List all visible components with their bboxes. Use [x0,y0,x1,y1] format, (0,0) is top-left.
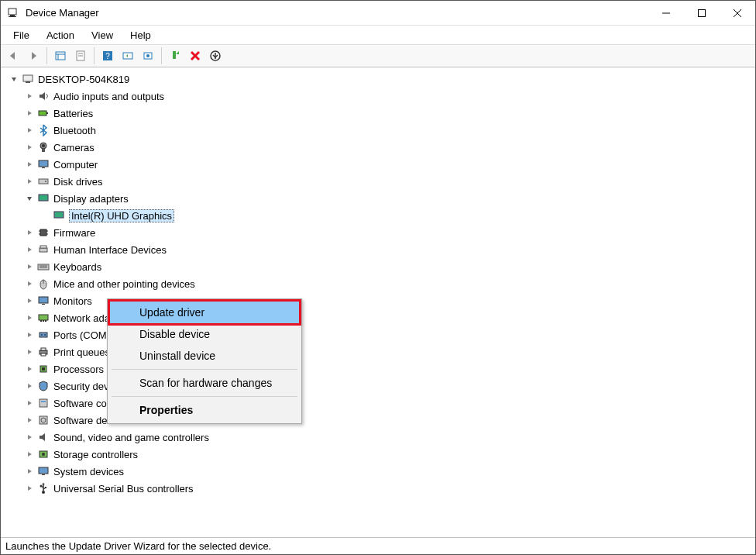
menu-view[interactable]: View [84,28,121,43]
category-system[interactable]: System devices [21,463,755,480]
scan-hardware-button[interactable] [119,47,137,65]
category-bluetooth[interactable]: Bluetooth [21,122,755,139]
separator [94,47,94,64]
menu-file[interactable]: File [5,28,37,43]
expand-icon[interactable] [24,381,35,391]
expand-icon[interactable] [24,261,35,272]
svg-rect-1 [10,15,15,16]
svg-rect-36 [55,212,63,217]
expand-icon[interactable] [24,483,35,494]
category-sound[interactable]: Sound, video and game controllers [21,429,755,446]
svg-rect-55 [40,333,47,337]
window-title: Device Manager [26,7,99,19]
svg-rect-59 [41,348,46,350]
category-display[interactable]: Display adapters [21,190,755,207]
category-audio[interactable]: Audio inputs and outputs [21,88,755,105]
update-driver-button[interactable] [139,47,157,65]
category-usb[interactable]: Universal Serial Bus controllers [21,480,755,497]
sound-icon [36,430,50,444]
svg-rect-50 [42,304,45,305]
expand-icon[interactable] [24,346,35,357]
svg-rect-31 [39,179,48,184]
expand-icon[interactable] [24,91,35,102]
expand-icon[interactable] [24,142,35,153]
toolbar: ? [1,44,755,67]
collapse-icon[interactable] [9,74,19,84]
svg-rect-29 [39,160,48,167]
category-disk[interactable]: Disk drives [21,173,755,190]
expand-icon[interactable] [24,295,35,306]
properties-button[interactable] [71,47,90,65]
svg-rect-53 [43,320,44,322]
display-adapter-icon [36,191,50,205]
svg-rect-18 [173,51,176,59]
category-batteries[interactable]: Batteries [21,105,755,122]
display-adapter-icon [52,209,66,222]
svg-rect-49 [39,297,48,303]
category-mice[interactable]: Mice and other pointing devices [21,275,755,292]
category-label: Processors [53,364,104,375]
status-bar: Launches the Update Driver Wizard for th… [1,537,755,554]
device-label: Intel(R) UHD Graphics [69,209,174,222]
tree-root[interactable]: DESKTOP-504K819 [5,71,755,88]
system-icon [36,464,50,478]
expand-icon[interactable] [24,125,35,136]
category-storage[interactable]: Storage controllers [21,446,755,463]
expand-icon[interactable] [24,244,35,255]
svg-rect-51 [39,315,48,320]
expand-icon[interactable] [24,449,35,460]
context-uninstall-device[interactable]: Uninstall device [110,345,299,367]
device-tree-area: DESKTOP-504K819 Audio inputs and outputs… [1,67,755,537]
monitor-icon [36,157,50,171]
uninstall-device-button[interactable] [186,47,204,65]
expand-icon[interactable] [24,415,35,426]
battery-icon [36,106,50,120]
svg-rect-74 [45,487,46,488]
svg-point-27 [42,144,45,147]
svg-text:?: ? [105,52,110,60]
category-cameras[interactable]: Cameras [21,139,755,156]
expand-icon[interactable] [24,278,35,289]
maximize-button[interactable] [684,1,720,26]
expand-icon[interactable] [24,398,35,408]
disable-device-button[interactable] [206,47,225,65]
category-label: Batteries [53,108,93,119]
device-intel-uhd[interactable]: Intel(R) UHD Graphics [36,207,755,224]
category-keyboards[interactable]: Keyboards [21,258,755,275]
back-button[interactable] [4,47,22,65]
camera-icon [36,140,50,154]
computer-icon [21,72,35,86]
chip-icon [36,226,50,240]
category-label: Universal Serial Bus controllers [53,483,194,495]
menu-action[interactable]: Action [39,28,82,43]
expand-icon[interactable] [24,108,35,119]
collapse-icon[interactable] [24,193,35,204]
show-hidden-button[interactable] [51,47,70,65]
menu-help[interactable]: Help [122,28,159,43]
close-button[interactable] [720,1,755,26]
expand-icon[interactable] [24,364,35,374]
separator [161,47,162,64]
context-properties[interactable]: Properties [110,399,299,421]
expand-icon[interactable] [24,159,35,170]
expand-icon[interactable] [24,176,35,187]
separator [112,369,297,370]
category-hid[interactable]: Human Interface Devices [21,241,755,258]
expand-icon[interactable] [24,432,35,443]
enable-device-button[interactable] [166,47,184,65]
expand-icon[interactable] [24,227,35,238]
expand-icon[interactable] [24,466,35,477]
category-label: System devices [53,466,124,477]
category-firmware[interactable]: Firmware [21,224,755,241]
mouse-icon [36,277,50,291]
help-button[interactable]: ? [98,47,117,65]
forward-button[interactable] [24,47,43,65]
context-disable-device[interactable]: Disable device [110,323,299,345]
category-computer[interactable]: Computer [21,156,755,173]
context-update-driver[interactable]: Update driver [108,299,301,326]
minimize-button[interactable] [648,1,684,26]
expand-icon[interactable] [24,312,35,323]
context-scan-hardware[interactable]: Scan for hardware changes [110,372,299,394]
category-label: Keyboards [53,261,101,273]
expand-icon[interactable] [24,329,35,340]
